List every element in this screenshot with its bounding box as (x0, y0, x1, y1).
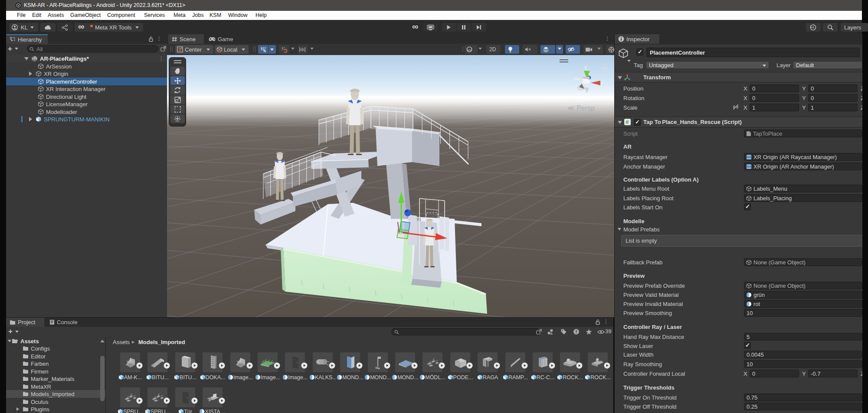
svg-text:y: y (584, 64, 587, 70)
svg-text:x: x (601, 81, 603, 85)
svg-text:Y: Y (264, 49, 267, 53)
svg-text:z: z (588, 72, 590, 76)
svg-text:≪ Persp: ≪ Persp (567, 104, 595, 112)
